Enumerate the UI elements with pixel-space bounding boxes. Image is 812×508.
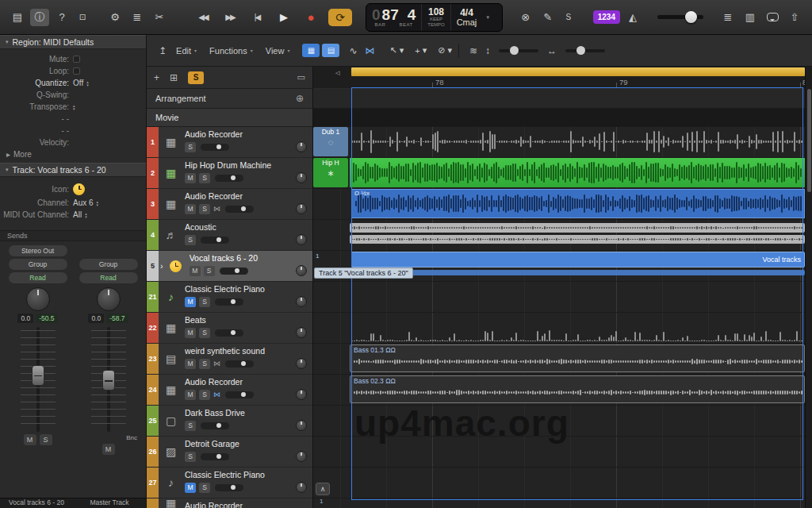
- track-number-tile[interactable]: 2: [147, 158, 159, 188]
- track-number-tile[interactable]: 21: [147, 282, 159, 312]
- solo-button[interactable]: S: [199, 390, 210, 400]
- midi-region[interactable]: [351, 270, 805, 275]
- back-icon[interactable]: ↥: [159, 45, 167, 56]
- stepper-icon[interactable]: ▴▾: [85, 212, 87, 218]
- group-button[interactable]: Group: [9, 259, 67, 270]
- solo-button[interactable]: S: [199, 359, 210, 369]
- mute-button[interactable]: M: [185, 173, 196, 183]
- loop-checkbox[interactable]: [73, 67, 80, 75]
- pan-knob[interactable]: [296, 451, 307, 462]
- lane-classic-electric-piano-2[interactable]: [313, 468, 805, 498]
- mute-button[interactable]: M: [24, 434, 36, 445]
- track-name[interactable]: Audio Recorder: [185, 191, 308, 201]
- volume-slider[interactable]: [220, 267, 248, 275]
- region-chip[interactable]: Hip H∗: [313, 158, 348, 187]
- track-row-selected[interactable]: 5 › Vocal tracks 6 - 20 MS: [147, 251, 312, 282]
- cycle-region[interactable]: [351, 67, 805, 76]
- functions-menu[interactable]: Functions▾: [209, 46, 253, 56]
- inspector-icon[interactable]: ⓘ: [30, 9, 49, 26]
- global-solo-button[interactable]: S: [188, 71, 204, 84]
- quick-help-icon[interactable]: ?: [52, 9, 71, 26]
- list-view-button[interactable]: ▤: [322, 44, 339, 57]
- volume-slider[interactable]: [215, 298, 243, 306]
- level-value[interactable]: -58.7: [106, 314, 128, 323]
- track-number-tile[interactable]: 4: [147, 220, 159, 250]
- track-number-tile[interactable]: 26: [147, 437, 159, 467]
- pan-knob[interactable]: [296, 420, 307, 431]
- track-number-tile[interactable]: 24: [147, 375, 159, 405]
- horizontal-zoom-slider[interactable]: [565, 49, 605, 52]
- play-button[interactable]: ▶: [274, 9, 293, 26]
- volume-slider[interactable]: [201, 237, 229, 244]
- fader-cap[interactable]: [32, 365, 44, 386]
- scissors-icon[interactable]: ✂: [150, 9, 169, 26]
- chat-bubble-icon[interactable]: [763, 9, 782, 26]
- lane-weird-synthetic[interactable]: Bass 01.3 ΩΩ: [313, 344, 805, 375]
- solo-button[interactable]: S: [204, 266, 215, 276]
- edit-menu[interactable]: Edit▾: [176, 46, 197, 56]
- pan-knob[interactable]: [296, 482, 307, 493]
- track-name[interactable]: Dark Bass Drive: [185, 408, 308, 418]
- flex-icon[interactable]: ⋈: [213, 205, 220, 213]
- volume-fader[interactable]: [16, 327, 60, 432]
- channel-value[interactable]: Aux 6 ▴▾: [73, 198, 98, 207]
- volume-slider[interactable]: [225, 391, 254, 398]
- audio-region[interactable]: Ω ½x: [351, 189, 805, 218]
- bar-ruler[interactable]: ◁ 78 79 80: [313, 67, 812, 89]
- pan-knob[interactable]: [296, 358, 307, 369]
- more-disclosure[interactable]: ▸More: [0, 148, 146, 160]
- solo-button[interactable]: S: [199, 173, 210, 183]
- solo-button[interactable]: S: [185, 235, 196, 245]
- volume-slider[interactable]: [215, 175, 243, 182]
- list-icon[interactable]: ≣: [718, 9, 737, 26]
- mute-checkbox[interactable]: [73, 56, 80, 63]
- clock-icon[interactable]: [73, 183, 85, 195]
- track-name[interactable]: Classic Electric Piano: [185, 284, 308, 294]
- midi-out-value[interactable]: All ▴▾: [73, 210, 87, 219]
- track-name[interactable]: Audio Recorder: [185, 129, 308, 139]
- fader-cap[interactable]: [102, 370, 115, 391]
- pan-knob[interactable]: [296, 203, 307, 214]
- lane-audio-recorder[interactable]: Dub 1◌: [313, 127, 805, 158]
- output-button[interactable]: Stereo Out: [9, 245, 67, 256]
- add-track-button[interactable]: +: [154, 72, 159, 83]
- duplicate-track-button[interactable]: ⊞: [170, 72, 178, 83]
- secondary-tool-menu[interactable]: +▾: [415, 45, 427, 56]
- lane-acoustic[interactable]: [313, 220, 805, 251]
- pan-knob[interactable]: [296, 327, 307, 338]
- lcd-signature[interactable]: 4/4 Cmaj: [451, 4, 483, 31]
- mute-button[interactable]: M: [185, 390, 196, 400]
- volume-slider[interactable]: [225, 206, 254, 213]
- grid-view-button[interactable]: ▦: [302, 44, 320, 57]
- track-number-tile[interactable]: 25: [147, 406, 159, 436]
- track-row[interactable]: ▦ Audio Recorder M: [147, 498, 312, 508]
- cycle-button[interactable]: ⟳: [328, 9, 352, 26]
- automation-mode-button[interactable]: Read: [9, 272, 67, 283]
- region-chip[interactable]: Dub 1◌: [313, 127, 348, 156]
- midi-region-selected[interactable]: Vocal tracks: [351, 252, 805, 267]
- pan-value[interactable]: 0.0: [88, 314, 104, 323]
- mute-button[interactable]: M: [185, 483, 196, 493]
- track-name[interactable]: Audio Recorder: [185, 501, 308, 508]
- scroll-up-button[interactable]: ∧: [316, 483, 330, 495]
- lcd-display[interactable]: 0874 BAR BEAT 108 KEEP TEMPO 4/4 Cmaj ▾: [366, 3, 503, 32]
- solo-button[interactable]: S: [185, 421, 196, 431]
- count-in-badge[interactable]: 1234: [593, 10, 620, 24]
- volume-knob[interactable]: [685, 11, 697, 23]
- share-icon[interactable]: ⇧: [785, 9, 804, 26]
- track-row[interactable]: 25 ▢ Dark Bass Drive S: [147, 406, 312, 437]
- group-button[interactable]: Group: [79, 259, 138, 270]
- track-row[interactable]: 22 ▦ Beats MS: [147, 313, 312, 344]
- track-row[interactable]: 3 ▦ Audio Recorder MS⋈: [147, 189, 312, 220]
- pointer-tool-menu[interactable]: ↖▾: [390, 45, 404, 56]
- waveform-zoom-icon[interactable]: ≋: [469, 45, 477, 56]
- track-number-tile[interactable]: 27: [147, 468, 159, 498]
- scrollbar-thumb[interactable]: [807, 89, 811, 192]
- vertical-zoom-icon[interactable]: ↕: [485, 45, 490, 56]
- lcd-chevron-icon[interactable]: ▾: [482, 4, 493, 31]
- lane-partial[interactable]: [313, 498, 805, 508]
- volume-fader[interactable]: [86, 327, 131, 432]
- audio-region[interactable]: Bass 01.3 ΩΩ: [350, 344, 805, 372]
- pan-knob[interactable]: [296, 141, 307, 152]
- track-header-config-button[interactable]: ▭: [297, 72, 305, 83]
